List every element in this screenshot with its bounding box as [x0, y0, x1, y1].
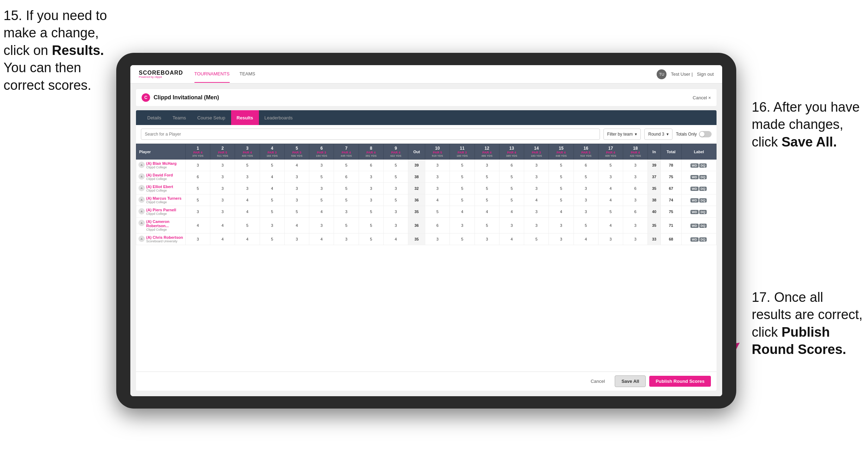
score-hole-11[interactable]: 4	[450, 206, 475, 218]
tab-details[interactable]: Details	[142, 110, 167, 125]
score-hole-15[interactable]: 5	[549, 194, 574, 206]
score-hole-4[interactable]: 5	[260, 194, 284, 206]
score-hole-8[interactable]: 5	[359, 234, 383, 245]
label-dq[interactable]: DQ	[699, 198, 707, 203]
score-hole-3[interactable]: 4	[235, 194, 260, 206]
label-dq[interactable]: DQ	[699, 224, 707, 228]
signout-link[interactable]: Sign out	[697, 71, 714, 77]
score-hole-14[interactable]: 3	[524, 206, 549, 218]
label-wd[interactable]: WD	[690, 237, 699, 242]
score-hole-9[interactable]: 4	[383, 234, 408, 245]
score-hole-5[interactable]: 4	[284, 160, 309, 171]
player-name[interactable]: (A) Marcus Turners	[146, 196, 181, 200]
label-dq[interactable]: DQ	[699, 175, 707, 179]
score-hole-18[interactable]: 3	[623, 171, 648, 183]
score-hole-1[interactable]: 4	[186, 218, 210, 234]
tab-leaderboards[interactable]: Leaderboards	[259, 110, 298, 125]
score-hole-16[interactable]: 3	[574, 183, 598, 194]
score-hole-15[interactable]: 3	[549, 218, 574, 234]
scores-table-wrapper[interactable]: Player 1PAR 4370 YDS 2PAR 5511 YDS 3PAR …	[136, 144, 717, 372]
tournament-cancel[interactable]: Cancel ×	[693, 95, 711, 100]
label-wd[interactable]: WD	[690, 198, 699, 203]
score-hole-15[interactable]: 5	[549, 183, 574, 194]
score-hole-7[interactable]: 5	[334, 183, 359, 194]
score-hole-8[interactable]: 3	[359, 194, 383, 206]
score-hole-15[interactable]: 5	[549, 171, 574, 183]
totals-only-toggle[interactable]: Totals Only	[676, 131, 712, 137]
score-hole-5[interactable]: 3	[284, 183, 309, 194]
label-wd[interactable]: WD	[690, 175, 699, 179]
score-hole-8[interactable]: 3	[359, 183, 383, 194]
score-hole-14[interactable]: 3	[524, 218, 549, 234]
score-hole-5[interactable]: 4	[284, 218, 309, 234]
player-name[interactable]: (A) David Ford	[146, 173, 173, 177]
score-hole-10[interactable]: 3	[425, 183, 450, 194]
score-hole-6[interactable]: 3	[309, 183, 334, 194]
score-hole-4[interactable]: 5	[260, 160, 284, 171]
label-wd[interactable]: WD	[690, 163, 699, 168]
score-hole-16[interactable]: 3	[574, 206, 598, 218]
score-hole-3[interactable]: 4	[235, 234, 260, 245]
score-hole-17[interactable]: 5	[598, 206, 623, 218]
player-name[interactable]: (A) Chris Robertson	[146, 235, 183, 239]
score-hole-5[interactable]: 5	[284, 206, 309, 218]
score-hole-10[interactable]: 4	[425, 194, 450, 206]
player-name[interactable]: (A) Cameron Robertson...	[146, 219, 184, 228]
score-hole-12[interactable]: 4	[475, 206, 499, 218]
score-hole-17[interactable]: 3	[598, 171, 623, 183]
score-hole-12[interactable]: 5	[475, 218, 499, 234]
score-hole-7[interactable]: 3	[334, 234, 359, 245]
score-hole-17[interactable]: 4	[598, 183, 623, 194]
score-hole-10[interactable]: 5	[425, 206, 450, 218]
score-hole-18[interactable]: 3	[623, 194, 648, 206]
score-hole-12[interactable]: 5	[475, 194, 499, 206]
score-hole-1[interactable]: 3	[186, 234, 210, 245]
score-hole-4[interactable]: 4	[260, 171, 284, 183]
score-hole-11[interactable]: 5	[450, 194, 475, 206]
publish-button[interactable]: Publish Round Scores	[649, 376, 711, 387]
score-hole-12[interactable]: 5	[475, 183, 499, 194]
score-hole-16[interactable]: 5	[574, 218, 598, 234]
score-hole-1[interactable]: 3	[186, 206, 210, 218]
score-hole-14[interactable]: 3	[524, 171, 549, 183]
score-hole-18[interactable]: 6	[623, 183, 648, 194]
score-hole-4[interactable]: 4	[260, 183, 284, 194]
player-name[interactable]: (A) Piers Parnell	[146, 208, 176, 212]
score-hole-9[interactable]: 5	[383, 160, 408, 171]
score-hole-16[interactable]: 5	[574, 171, 598, 183]
score-hole-11[interactable]: 5	[450, 160, 475, 171]
score-hole-1[interactable]: 3	[186, 160, 210, 171]
score-hole-15[interactable]: 4	[549, 206, 574, 218]
score-hole-13[interactable]: 4	[499, 234, 524, 245]
label-wd[interactable]: WD	[690, 210, 699, 214]
score-hole-11[interactable]: 5	[450, 171, 475, 183]
score-hole-13[interactable]: 5	[499, 183, 524, 194]
score-hole-2[interactable]: 3	[210, 171, 235, 183]
score-hole-13[interactable]: 3	[499, 218, 524, 234]
score-hole-2[interactable]: 3	[210, 194, 235, 206]
search-input[interactable]	[141, 129, 600, 140]
score-hole-11[interactable]: 5	[450, 234, 475, 245]
score-hole-8[interactable]: 3	[359, 171, 383, 183]
score-hole-2[interactable]: 4	[210, 234, 235, 245]
toggle-track[interactable]	[699, 131, 712, 137]
score-hole-9[interactable]: 3	[383, 183, 408, 194]
score-hole-15[interactable]: 3	[549, 234, 574, 245]
save-all-button[interactable]: Save All	[615, 375, 646, 387]
score-hole-9[interactable]: 5	[383, 171, 408, 183]
score-hole-3[interactable]: 3	[235, 171, 260, 183]
score-hole-18[interactable]: 3	[623, 218, 648, 234]
score-hole-2[interactable]: 3	[210, 160, 235, 171]
tab-course-setup[interactable]: Course Setup	[192, 110, 231, 125]
score-hole-13[interactable]: 5	[499, 194, 524, 206]
score-hole-8[interactable]: 5	[359, 218, 383, 234]
score-hole-4[interactable]: 3	[260, 218, 284, 234]
score-hole-7[interactable]: 5	[334, 160, 359, 171]
label-wd[interactable]: WD	[690, 224, 699, 228]
score-hole-1[interactable]: 6	[186, 171, 210, 183]
score-hole-13[interactable]: 5	[499, 171, 524, 183]
score-hole-10[interactable]: 3	[425, 160, 450, 171]
score-hole-8[interactable]: 5	[359, 206, 383, 218]
score-hole-16[interactable]: 6	[574, 160, 598, 171]
round-dropdown[interactable]: Round 3 ▾	[644, 129, 672, 140]
